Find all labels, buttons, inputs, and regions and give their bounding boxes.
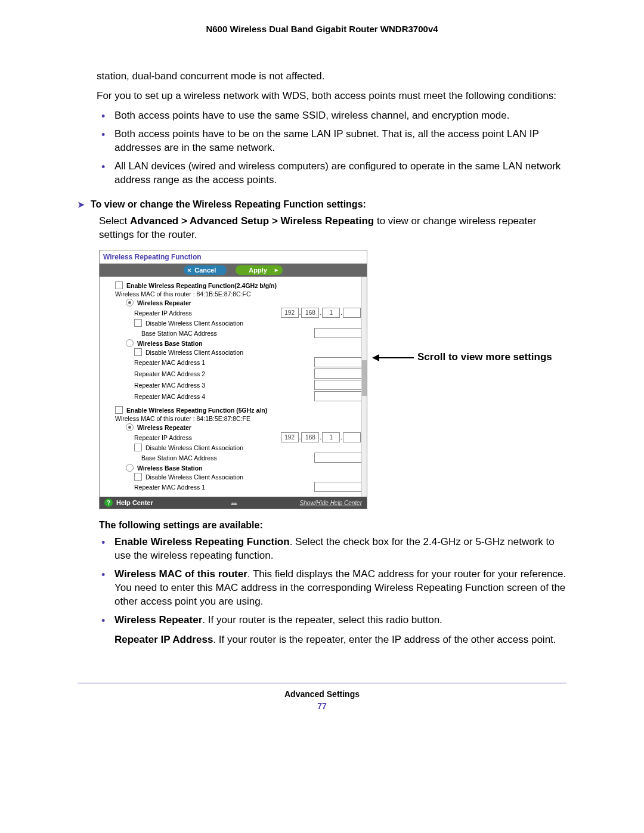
apply-button[interactable]: Apply	[236, 265, 283, 275]
annotation-text: Scroll to view more settings	[417, 351, 552, 363]
mac-24-label: Wireless MAC of this router : 84:1B:5E:8…	[115, 290, 362, 298]
disable-assoc-label-2: Disable Wireless Client Association	[145, 349, 362, 356]
arrow-left-icon	[373, 357, 414, 358]
base-mac-label: Base Station MAC Address	[141, 330, 314, 337]
footer-section-label: Advanced Settings	[78, 689, 566, 699]
base-mac-input-5[interactable]	[314, 453, 362, 463]
setting-name: Wireless Repeater	[114, 614, 202, 625]
disable-assoc-label-5b: Disable Wireless Client Association	[145, 473, 362, 481]
disable-assoc-checkbox-24a[interactable]	[134, 319, 142, 327]
ip5-octet-1[interactable]: 192	[281, 432, 299, 442]
repeater-ip-text: . If your router is the repeater, enter …	[213, 634, 556, 645]
condition-item: All LAN devices (wired and wireless comp…	[101, 160, 566, 187]
ip5-octet-3[interactable]: 1	[322, 432, 340, 442]
repeater-radio-5[interactable]	[126, 423, 134, 431]
enable-24-label: Enable Wireless Repeating Function(2.4GH…	[126, 282, 362, 289]
settings-panel-screenshot: Wireless Repeating Function Cancel Apply…	[99, 250, 367, 509]
setting-desc: . If your router is the repeater, select…	[202, 614, 442, 625]
panel-button-bar: Cancel Apply	[100, 264, 367, 277]
enable-24-checkbox[interactable]	[115, 281, 123, 289]
intro-paragraph-1: station, dual-band concurrent mode is no…	[97, 70, 566, 83]
rmac4-label: Repeater MAC Address 4	[134, 393, 314, 400]
help-center-label: Help Center	[116, 499, 153, 506]
ip-octet-2[interactable]: 168	[301, 308, 319, 318]
repeater-radio-24[interactable]	[126, 299, 134, 306]
page-header: N600 Wireless Dual Band Gigabit Router W…	[78, 24, 566, 34]
chevron-up-icon[interactable]: ▴▴▴	[231, 500, 236, 506]
task-breadcrumb-bold: Advanced > Advanced Setup > Wireless Rep…	[130, 215, 374, 227]
base-mac-label-5: Base Station MAC Address	[141, 454, 314, 462]
repeater-label: Wireless Repeater	[137, 299, 362, 306]
repeater-ip-label: Repeater IP Address	[134, 309, 280, 317]
help-center-bar[interactable]: ? Help Center ▴▴▴ Show/Hide Help Center	[100, 497, 367, 509]
ip5-octet-2[interactable]: 168	[301, 432, 319, 442]
setting-item: Wireless Repeater. If your router is the…	[101, 614, 566, 647]
rmac2-input[interactable]	[314, 368, 362, 379]
enable-5-label: Enable Wireless Repeating Function (5GHz…	[126, 407, 362, 414]
rmac3-input[interactable]	[314, 380, 362, 390]
disable-assoc-checkbox-5a[interactable]	[134, 444, 142, 451]
task-pre: Select	[99, 215, 130, 227]
disable-assoc-checkbox-24b[interactable]	[134, 348, 142, 356]
ip-octet-1[interactable]: 192	[281, 308, 299, 318]
disable-assoc-checkbox-5b[interactable]	[134, 473, 142, 481]
triangle-bullet-icon: ➤	[78, 200, 85, 209]
repeater-ip-fields: 192. 168. 1.	[280, 308, 362, 318]
repeater-ip-label-5: Repeater IP Address	[134, 434, 280, 441]
panel-title: Wireless Repeating Function	[100, 250, 367, 264]
rmac1-input[interactable]	[314, 357, 362, 367]
panel-body: Enable Wireless Repeating Function(2.4GH…	[100, 277, 367, 497]
setting-name: Enable Wireless Repeating Function	[114, 536, 290, 547]
base-station-radio-5[interactable]	[126, 464, 134, 472]
disable-assoc-label: Disable Wireless Client Association	[145, 320, 362, 327]
scrollbar[interactable]	[361, 277, 367, 497]
page-footer: Advanced Settings 77	[78, 683, 566, 711]
show-hide-help-link[interactable]: Show/Hide Help Center	[300, 500, 363, 506]
rmac1-label: Repeater MAC Address 1	[134, 359, 314, 366]
repeater-label-5: Wireless Repeater	[137, 424, 362, 431]
base-station-radio-24[interactable]	[126, 339, 134, 347]
base-mac-input[interactable]	[314, 328, 362, 338]
intro-paragraph-2: For you to set up a wireless network wit…	[97, 89, 566, 103]
repeater-ip-fields-5: 192. 168. 1.	[280, 432, 362, 442]
cancel-button[interactable]: Cancel	[184, 265, 227, 275]
rmac4-input[interactable]	[314, 391, 362, 401]
rmac2-label: Repeater MAC Address 2	[134, 370, 314, 377]
rmac1-label-5: Repeater MAC Address 1	[134, 484, 314, 491]
ip-octet-4[interactable]	[343, 308, 361, 318]
scroll-annotation: Scroll to view more settings	[373, 351, 552, 363]
task-heading-text: To view or change the Wireless Repeating…	[91, 199, 366, 209]
rmac3-label: Repeater MAC Address 3	[134, 382, 314, 389]
enable-5-checkbox[interactable]	[115, 406, 123, 414]
page-number: 77	[78, 701, 566, 711]
condition-item: Both access points have to be on the sam…	[101, 128, 566, 155]
condition-item: Both access points have to use the same …	[101, 109, 566, 123]
conditions-list: Both access points have to use the same …	[78, 109, 566, 187]
settings-available-list: Enable Wireless Repeating Function. Sele…	[78, 535, 566, 647]
help-icon: ?	[104, 498, 113, 507]
repeater-ip-bold: Repeater IP Address	[114, 634, 213, 645]
base-station-label-5: Wireless Base Station	[137, 465, 362, 472]
settings-available-heading: The following settings are available:	[99, 520, 566, 531]
ip5-octet-4[interactable]	[343, 432, 361, 442]
task-heading: ➤To view or change the Wireless Repeatin…	[78, 199, 566, 210]
setting-name: Wireless MAC of this router	[114, 568, 247, 580]
disable-assoc-label-5: Disable Wireless Client Association	[145, 444, 362, 451]
rmac1-input-5[interactable]	[314, 482, 362, 492]
setting-item: Enable Wireless Repeating Function. Sele…	[101, 535, 566, 563]
ip-octet-3[interactable]: 1	[322, 308, 340, 318]
setting-item: Wireless MAC of this router. This field …	[101, 568, 566, 609]
mac-5-label: Wireless MAC of this router : 84:1B:5E:8…	[115, 415, 362, 422]
task-instruction: Select Advanced > Advanced Setup > Wirel…	[99, 215, 566, 242]
base-station-label: Wireless Base Station	[137, 340, 362, 347]
